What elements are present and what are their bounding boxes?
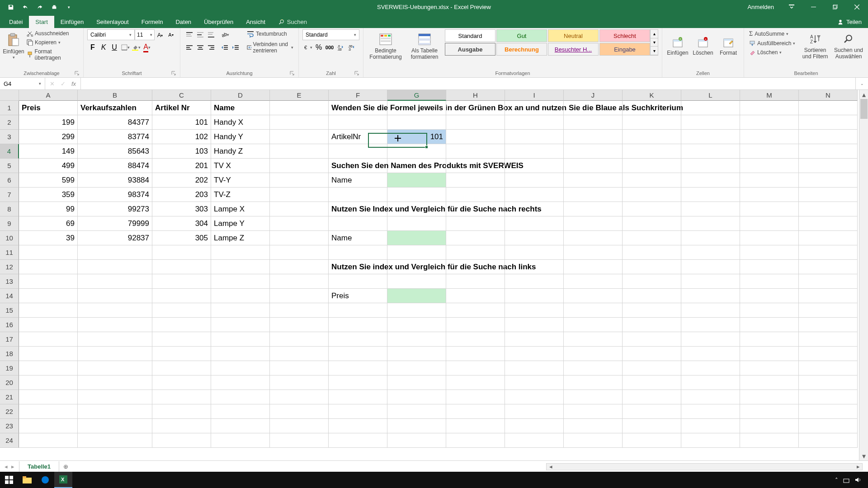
- cell-K16[interactable]: [623, 318, 681, 332]
- cell-L24[interactable]: [681, 433, 740, 448]
- cell-E8[interactable]: [270, 202, 329, 216]
- cell-G8[interactable]: [387, 202, 446, 216]
- cell-M15[interactable]: [740, 303, 799, 318]
- fx-icon[interactable]: fx: [69, 79, 79, 89]
- cell-D1[interactable]: Name: [211, 101, 270, 115]
- cell-E23[interactable]: [270, 419, 329, 433]
- col-header-D[interactable]: D: [211, 90, 270, 101]
- cell-E19[interactable]: [270, 361, 329, 375]
- cell-I11[interactable]: [505, 245, 564, 260]
- cell-C3[interactable]: 102: [152, 130, 211, 144]
- row-header-13[interactable]: 13: [0, 274, 19, 289]
- cell-B7[interactable]: 98374: [78, 188, 152, 202]
- cell-L9[interactable]: [681, 216, 740, 231]
- cell-A7[interactable]: 359: [19, 188, 78, 202]
- cell-D5[interactable]: TV X: [211, 159, 270, 173]
- cell-A14[interactable]: [19, 289, 78, 303]
- cell-A9[interactable]: 69: [19, 216, 78, 231]
- font-name-combo[interactable]: Calibri▾: [87, 29, 135, 40]
- cell-A21[interactable]: [19, 390, 78, 404]
- cell-K3[interactable]: [623, 130, 681, 144]
- cell-A13[interactable]: [19, 274, 78, 289]
- insert-cells-button[interactable]: + Einfügen: [666, 29, 689, 64]
- vertical-scrollbar[interactable]: ▴ ▾: [859, 90, 868, 460]
- cell-C14[interactable]: [152, 289, 211, 303]
- cell-B1[interactable]: Verkaufszahlen: [78, 101, 152, 115]
- cell-J13[interactable]: [564, 274, 623, 289]
- cell-C23[interactable]: [152, 419, 211, 433]
- cell-N22[interactable]: [799, 404, 858, 419]
- cell-B13[interactable]: [78, 274, 152, 289]
- cell-M20[interactable]: [740, 375, 799, 390]
- cell-B9[interactable]: 79999: [78, 216, 152, 231]
- ribbon-options-icon[interactable]: [781, 0, 802, 14]
- cell-L14[interactable]: [681, 289, 740, 303]
- cell-G1[interactable]: [387, 101, 446, 115]
- cell-F5[interactable]: Suchen Sie den Namen des Produkts mit SV…: [329, 159, 387, 173]
- format-painter-button[interactable]: Format übertragen: [25, 47, 80, 62]
- undo-icon[interactable]: [19, 1, 32, 14]
- fill-color-icon[interactable]: ▾: [131, 42, 142, 53]
- cell-H15[interactable]: [446, 303, 505, 318]
- font-size-combo[interactable]: 11▾: [135, 29, 155, 40]
- cell-D15[interactable]: [211, 303, 270, 318]
- cell-N7[interactable]: [799, 188, 858, 202]
- cell-K10[interactable]: [623, 231, 681, 245]
- cell-J16[interactable]: [564, 318, 623, 332]
- cell-H10[interactable]: [446, 231, 505, 245]
- cell-J20[interactable]: [564, 375, 623, 390]
- cell-D2[interactable]: Handy X: [211, 115, 270, 130]
- cell-I15[interactable]: [505, 303, 564, 318]
- cell-E3[interactable]: [270, 130, 329, 144]
- cell-I3[interactable]: [505, 130, 564, 144]
- cell-H24[interactable]: [446, 433, 505, 448]
- row-header-21[interactable]: 21: [0, 390, 19, 404]
- maximize-button[interactable]: [825, 0, 845, 14]
- col-header-H[interactable]: H: [446, 90, 505, 101]
- cell-L23[interactable]: [681, 419, 740, 433]
- decrease-indent-icon[interactable]: [219, 42, 230, 53]
- select-all-corner[interactable]: [0, 90, 19, 101]
- cell-I6[interactable]: [505, 173, 564, 188]
- dialog-launcher-icon[interactable]: [74, 70, 80, 76]
- cell-B14[interactable]: [78, 289, 152, 303]
- row-header-14[interactable]: 14: [0, 289, 19, 303]
- cell-J5[interactable]: [564, 159, 623, 173]
- col-header-N[interactable]: N: [799, 90, 858, 101]
- cell-H17[interactable]: [446, 332, 505, 347]
- row-header-11[interactable]: 11: [0, 245, 19, 260]
- cell-M4[interactable]: [740, 144, 799, 159]
- style-besuchter[interactable]: Besuchter H...: [548, 43, 599, 56]
- style-neutral[interactable]: Neutral: [548, 29, 599, 42]
- cell-N11[interactable]: [799, 245, 858, 260]
- cell-N1[interactable]: [799, 101, 858, 115]
- fill-button[interactable]: Ausfüllbereich▾: [748, 39, 797, 47]
- name-box[interactable]: G4▾: [0, 78, 45, 89]
- cell-E7[interactable]: [270, 188, 329, 202]
- cell-L1[interactable]: [681, 101, 740, 115]
- paste-button[interactable]: Einfügen▾: [4, 29, 24, 64]
- taskbar-explorer-icon[interactable]: [18, 472, 36, 488]
- cell-N9[interactable]: [799, 216, 858, 231]
- cell-K12[interactable]: [623, 260, 681, 274]
- cell-A4[interactable]: 149: [19, 144, 78, 159]
- cell-A19[interactable]: [19, 361, 78, 375]
- cell-G12[interactable]: [387, 260, 446, 274]
- cell-L5[interactable]: [681, 159, 740, 173]
- cell-E12[interactable]: [270, 260, 329, 274]
- borders-icon[interactable]: ▾: [120, 42, 131, 53]
- cell-B3[interactable]: 83774: [78, 130, 152, 144]
- col-header-B[interactable]: B: [78, 90, 152, 101]
- copy-button[interactable]: Kopieren▾: [25, 38, 80, 47]
- cell-B17[interactable]: [78, 332, 152, 347]
- cell-C18[interactable]: [152, 347, 211, 361]
- add-sheet-button[interactable]: ⊕: [59, 463, 72, 470]
- cell-B8[interactable]: 99273: [78, 202, 152, 216]
- cell-G3[interactable]: 101: [387, 130, 446, 144]
- cell-F24[interactable]: [329, 433, 387, 448]
- cell-I10[interactable]: [505, 231, 564, 245]
- align-center-icon[interactable]: [195, 42, 206, 53]
- cell-F14[interactable]: Preis: [329, 289, 387, 303]
- col-header-M[interactable]: M: [740, 90, 799, 101]
- cell-J1[interactable]: [564, 101, 623, 115]
